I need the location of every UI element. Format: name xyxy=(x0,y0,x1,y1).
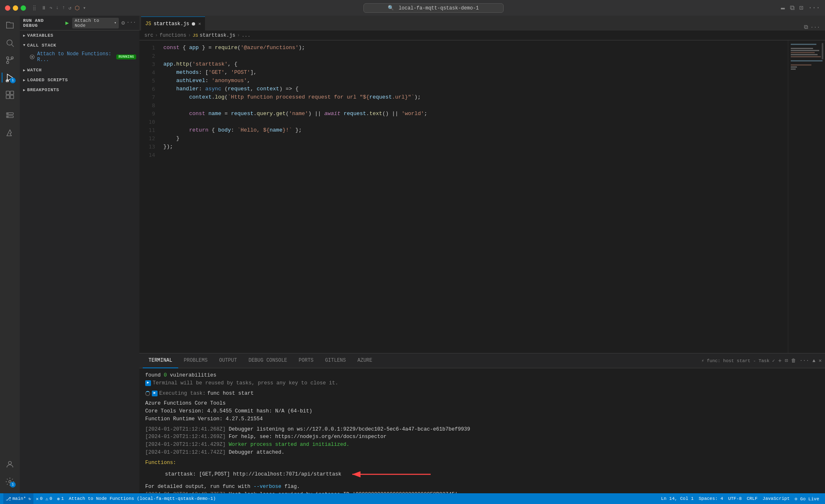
loaded-scripts-section[interactable]: ▶ LOADED SCRIPTS xyxy=(20,75,139,85)
status-bar: ⎇ main* ↻ ✕ 0 ⚠ 0 ⊗ 1 Attach to Node Fun… xyxy=(0,493,825,504)
terminal-verbose-line: For detailed output, run func with --ver… xyxy=(145,483,819,491)
split-terminal-icon[interactable]: ⊡ xyxy=(785,358,788,364)
activity-icon-search[interactable] xyxy=(2,35,18,51)
bc-src[interactable]: src xyxy=(144,33,153,38)
status-branch[interactable]: ⎇ main* ↻ xyxy=(3,493,33,504)
layout-toggle-icon[interactable]: ⧉ xyxy=(804,24,808,31)
terminal-content[interactable]: found 0 vulnerabilities ▶ Terminal will … xyxy=(139,368,825,493)
gear-icon[interactable]: ⚙ xyxy=(121,19,125,26)
tab-close-btn[interactable]: ✕ xyxy=(198,21,201,26)
svg-point-18 xyxy=(31,56,33,58)
more-icon[interactable]: ··· xyxy=(808,4,820,12)
remote-count: 1 xyxy=(61,496,64,501)
tab-problems-label: PROBLEMS xyxy=(184,358,208,363)
bc-symbol[interactable]: ... xyxy=(242,33,251,38)
run-debug-badge: 1 xyxy=(10,78,16,83)
task-icon-1: ▶ xyxy=(145,380,151,386)
tab-problems[interactable]: PROBLEMS xyxy=(178,353,214,368)
sidebar-more-icon[interactable]: ··· xyxy=(127,19,136,26)
code-content[interactable]: const { app } = require('@azure/function… xyxy=(160,40,788,353)
tab-ports[interactable]: PORTS xyxy=(293,353,319,368)
status-eol[interactable]: CRLF xyxy=(744,496,760,501)
tab-debug-console[interactable]: DEBUG CONSOLE xyxy=(243,353,293,368)
activity-icon-azure[interactable] xyxy=(2,125,18,141)
step-into-icon[interactable]: ↓ xyxy=(56,5,59,11)
tab-terminal[interactable]: TERMINAL xyxy=(143,353,178,368)
minimap-content xyxy=(788,40,825,74)
status-ln-col[interactable]: Ln 14, Col 1 xyxy=(658,496,696,501)
sidebar-toggle-icon[interactable]: ▬ xyxy=(781,4,785,12)
close-panel-icon[interactable]: ✕ xyxy=(819,358,822,364)
code-line-6: handler: async (request, context) => { xyxy=(163,85,788,93)
more-debug-icon[interactable]: ▾ xyxy=(83,5,86,11)
editor-more-icon[interactable]: ··· xyxy=(811,24,820,31)
branch-name: main* xyxy=(12,496,26,501)
chevron-up-icon[interactable]: ▲ xyxy=(813,358,816,364)
call-stack-item[interactable]: Attach to Node Functions: R... RUNNING xyxy=(20,50,139,64)
split-icon[interactable]: ⊡ xyxy=(799,4,804,12)
ln-6: 6 xyxy=(139,85,160,93)
svg-rect-8 xyxy=(10,91,14,94)
red-arrow-annotation xyxy=(348,468,439,480)
status-errors[interactable]: ✕ 0 ⚠ 0 xyxy=(33,493,54,504)
tab-output[interactable]: OUTPUT xyxy=(213,353,243,368)
running-badge: RUNNING xyxy=(116,54,136,59)
breakpoints-section[interactable]: ▶ BREAKPOINTS xyxy=(20,85,139,95)
fullscreen-button[interactable] xyxy=(21,5,26,11)
terminal-line-2: ▶ Terminal will be reused by tasks, pres… xyxy=(145,379,819,387)
status-spaces[interactable]: Spaces: 4 xyxy=(696,496,726,501)
variables-section[interactable]: ▶ VARIABLES xyxy=(20,31,139,40)
title-search-bar[interactable]: 🔍 local-fa-mqtt-qstask-demo-1 xyxy=(363,3,504,13)
tab-bar: JS starttask.js ✕ ⧉ ··· xyxy=(139,16,825,31)
attach-to-node-selector[interactable]: Attach to Node ▾ xyxy=(72,18,119,28)
code-line-5: authLevel: 'anonymous', xyxy=(163,77,788,85)
terminal-panel: TERMINAL PROBLEMS OUTPUT DEBUG CONSOLE P… xyxy=(139,353,825,493)
titlebar: ⣿ ⏸ ↷ ↓ ↑ ↺ ⬡ ▾ 🔍 local-fa-mqtt-qstask-d… xyxy=(0,0,825,16)
bc-sep2: › xyxy=(188,33,191,38)
activity-icon-extensions[interactable] xyxy=(2,87,18,103)
watch-section[interactable]: ▶ WATCH xyxy=(20,65,139,75)
editor-tab-starttask[interactable]: JS starttask.js ✕ xyxy=(141,16,205,31)
ln-7: 7 xyxy=(139,93,160,101)
bc-sep3: › xyxy=(237,33,240,38)
activity-icon-account[interactable] xyxy=(2,456,18,473)
svg-point-13 xyxy=(7,113,8,114)
minimize-button[interactable] xyxy=(13,5,18,11)
debug-icon[interactable]: ⬡ xyxy=(75,5,80,12)
status-encoding[interactable]: UTF-8 xyxy=(726,496,744,501)
tab-ports-label: PORTS xyxy=(299,358,314,363)
restart-icon[interactable]: ↺ xyxy=(68,5,71,11)
layout-icon[interactable]: ⧉ xyxy=(790,4,794,12)
activity-icon-source-control[interactable] xyxy=(2,52,18,68)
activity-icon-explorer[interactable] xyxy=(2,17,18,34)
play-icon[interactable]: ▶ xyxy=(65,19,68,26)
code-editor[interactable]: 1 2 3 4 5 6 7 8 9 10 11 12 13 14 const {… xyxy=(139,40,825,353)
activity-icon-settings[interactable]: 1 xyxy=(2,473,18,490)
bc-functions[interactable]: functions xyxy=(160,33,186,38)
tab-modified-dot xyxy=(192,22,195,26)
step-over-icon[interactable]: ↷ xyxy=(50,5,52,11)
pause-icon[interactable]: ⏸ xyxy=(41,5,46,11)
activity-icon-run-debug[interactable]: 1 xyxy=(2,69,18,86)
svg-point-3 xyxy=(7,61,9,64)
add-terminal-icon[interactable]: + xyxy=(778,358,782,364)
ln-9: 9 xyxy=(139,110,160,118)
step-out-icon[interactable]: ↑ xyxy=(62,5,65,11)
status-remote[interactable]: ⊗ 1 xyxy=(55,493,66,504)
chevron-down-icon: ▾ xyxy=(114,21,116,25)
call-stack-section[interactable]: ▼ CALL STACK xyxy=(20,40,139,50)
ln-4: 4 xyxy=(139,68,160,77)
tab-gitlens[interactable]: GITLENS xyxy=(319,353,351,368)
terminal-more-icon[interactable]: ··· xyxy=(799,358,809,364)
close-button[interactable] xyxy=(5,5,10,11)
bc-file[interactable]: starttask.js xyxy=(200,33,235,38)
variables-label: VARIABLES xyxy=(27,33,53,38)
status-attach[interactable]: Attach to Node Functions (local-fa-mqtt-… xyxy=(66,493,218,504)
status-golive[interactable]: ⊙ Go Live xyxy=(792,496,822,502)
main-layout: 1 xyxy=(0,16,825,493)
status-language[interactable]: JavaScript xyxy=(760,496,792,501)
tab-azure[interactable]: AZURE xyxy=(352,353,378,368)
sidebar: RUN AND DEBUG ▶ Attach to Node ▾ ⚙ ··· ▶… xyxy=(20,16,139,493)
activity-icon-remote[interactable] xyxy=(2,107,18,124)
trash-icon[interactable]: 🗑 xyxy=(791,358,796,364)
